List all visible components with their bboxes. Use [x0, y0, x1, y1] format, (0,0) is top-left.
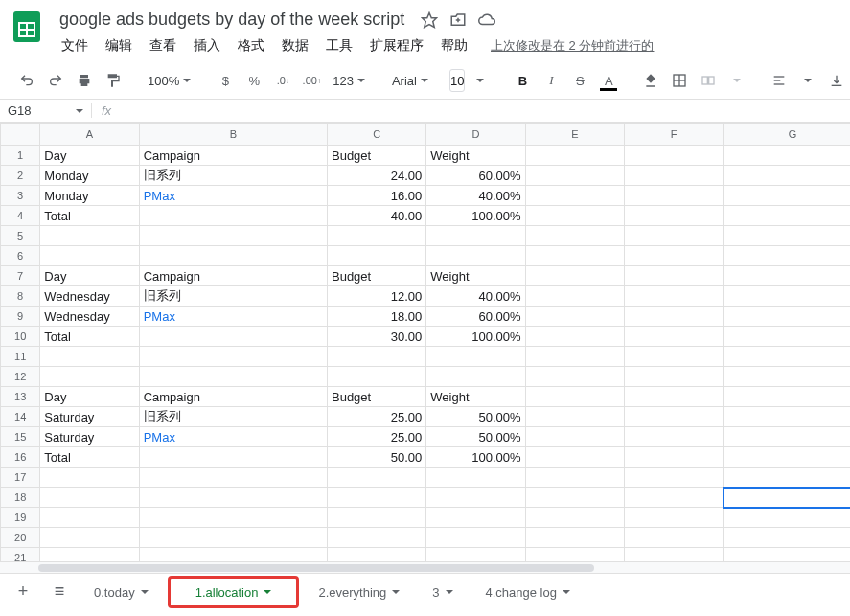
sheet-tab[interactable]: 3 — [419, 577, 466, 607]
cell[interactable] — [525, 407, 624, 427]
cell[interactable] — [426, 548, 525, 562]
cell[interactable] — [139, 528, 327, 548]
row-header[interactable]: 15 — [1, 427, 40, 447]
column-header[interactable]: D — [426, 124, 525, 146]
row-header[interactable]: 4 — [1, 206, 40, 226]
cell[interactable] — [40, 508, 139, 528]
row-header[interactable]: 13 — [1, 387, 40, 407]
column-header[interactable]: E — [525, 124, 624, 146]
cell[interactable]: Wednesday — [40, 307, 139, 327]
cell[interactable]: Weight — [426, 146, 525, 166]
cell[interactable] — [624, 206, 723, 226]
cell[interactable]: Saturday — [40, 407, 139, 427]
cell[interactable] — [525, 246, 624, 266]
cell[interactable]: 旧系列 — [139, 407, 327, 427]
cell[interactable] — [139, 347, 327, 367]
cell[interactable] — [724, 327, 850, 347]
percent-button[interactable]: % — [241, 68, 267, 93]
merge-cells-icon[interactable] — [695, 68, 722, 93]
row-header[interactable]: 21 — [1, 548, 40, 562]
cell[interactable]: Total — [40, 327, 139, 347]
cell[interactable] — [624, 488, 723, 508]
cell[interactable] — [139, 468, 327, 488]
print-icon[interactable] — [71, 68, 98, 93]
cell[interactable]: 60.00% — [426, 307, 525, 327]
font-size-dropdown[interactable] — [467, 68, 494, 93]
cell[interactable] — [426, 488, 525, 508]
increase-decimal-button[interactable]: .00↑ — [298, 68, 325, 93]
cell[interactable] — [139, 367, 327, 387]
cell[interactable] — [426, 246, 525, 266]
cell[interactable]: Wednesday — [40, 286, 139, 307]
number-format-dropdown[interactable]: 123 — [327, 68, 371, 93]
cell[interactable]: 100.00% — [426, 327, 525, 347]
menu-edit[interactable]: 编辑 — [98, 34, 140, 58]
borders-icon[interactable] — [666, 68, 693, 93]
cell[interactable] — [525, 166, 624, 186]
cell[interactable] — [40, 246, 139, 266]
cell[interactable] — [624, 548, 723, 562]
sheet-tab[interactable]: 0.today — [80, 577, 162, 607]
cell[interactable] — [525, 266, 624, 286]
cell[interactable]: 30.00 — [327, 327, 425, 347]
cell[interactable] — [40, 548, 139, 562]
redo-icon[interactable] — [42, 68, 69, 93]
cell[interactable] — [724, 226, 850, 246]
add-sheet-button[interactable]: + — [8, 579, 38, 605]
cell[interactable] — [624, 327, 723, 347]
cell[interactable] — [724, 447, 850, 468]
cell[interactable] — [624, 367, 723, 387]
fill-color-icon[interactable] — [637, 68, 664, 93]
cell[interactable]: Total — [40, 206, 139, 226]
cell[interactable] — [624, 347, 723, 367]
cell[interactable] — [624, 427, 723, 447]
cell[interactable] — [724, 347, 850, 367]
cell[interactable]: Budget — [327, 266, 425, 286]
scrollbar-thumb[interactable] — [38, 564, 594, 572]
cell[interactable] — [525, 367, 624, 387]
menu-data[interactable]: 数据 — [274, 34, 316, 58]
cell[interactable]: 40.00% — [426, 186, 525, 206]
cell[interactable] — [525, 186, 624, 206]
cell[interactable] — [327, 367, 425, 387]
cell[interactable]: 100.00% — [426, 447, 525, 468]
cell[interactable] — [525, 226, 624, 246]
cell[interactable] — [327, 508, 425, 528]
column-header[interactable]: F — [624, 124, 723, 146]
cell[interactable]: Weight — [426, 266, 525, 286]
paint-format-icon[interactable] — [100, 68, 126, 93]
doc-title[interactable]: google ads budgets by day of the week sc… — [54, 8, 410, 32]
cell[interactable] — [40, 488, 139, 508]
cell[interactable] — [624, 166, 723, 186]
row-header[interactable]: 6 — [1, 246, 40, 266]
strikethrough-button[interactable]: S — [566, 68, 593, 93]
cell[interactable]: Day — [40, 387, 139, 407]
cell[interactable]: Day — [40, 146, 139, 166]
cell[interactable] — [525, 307, 624, 327]
row-header[interactable]: 1 — [1, 146, 40, 166]
horizontal-scrollbar[interactable] — [0, 561, 850, 573]
font-family-dropdown[interactable]: Arial — [386, 68, 434, 93]
menu-extensions[interactable]: 扩展程序 — [362, 34, 431, 58]
cell[interactable]: 40.00 — [327, 206, 425, 226]
cell[interactable]: Budget — [327, 146, 425, 166]
italic-button[interactable]: I — [538, 68, 564, 93]
name-box[interactable]: G18 — [0, 103, 92, 118]
cell[interactable] — [624, 387, 723, 407]
cell[interactable] — [724, 508, 850, 528]
cell[interactable] — [624, 528, 723, 548]
cell[interactable]: Saturday — [40, 427, 139, 447]
cell[interactable] — [139, 226, 327, 246]
cell[interactable] — [724, 186, 850, 206]
row-header[interactable]: 14 — [1, 407, 40, 427]
cell[interactable] — [724, 407, 850, 427]
currency-button[interactable]: $ — [212, 68, 239, 93]
horizontal-align-icon[interactable] — [766, 68, 793, 93]
row-header[interactable]: 8 — [1, 286, 40, 307]
cell[interactable] — [525, 146, 624, 166]
column-header[interactable]: G — [724, 124, 850, 146]
cell[interactable] — [525, 468, 624, 488]
menu-view[interactable]: 查看 — [142, 34, 184, 58]
cell[interactable]: 16.00 — [327, 186, 425, 206]
row-header[interactable]: 17 — [1, 468, 40, 488]
